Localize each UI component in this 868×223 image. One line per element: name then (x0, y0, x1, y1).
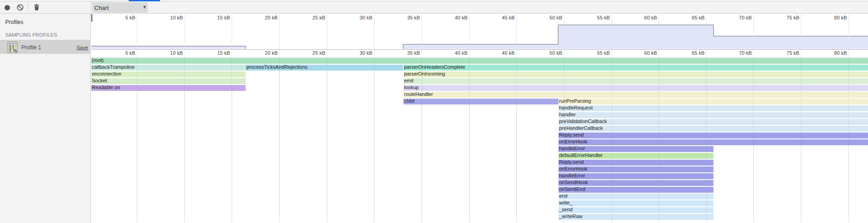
svg-text:%: % (13, 48, 17, 53)
